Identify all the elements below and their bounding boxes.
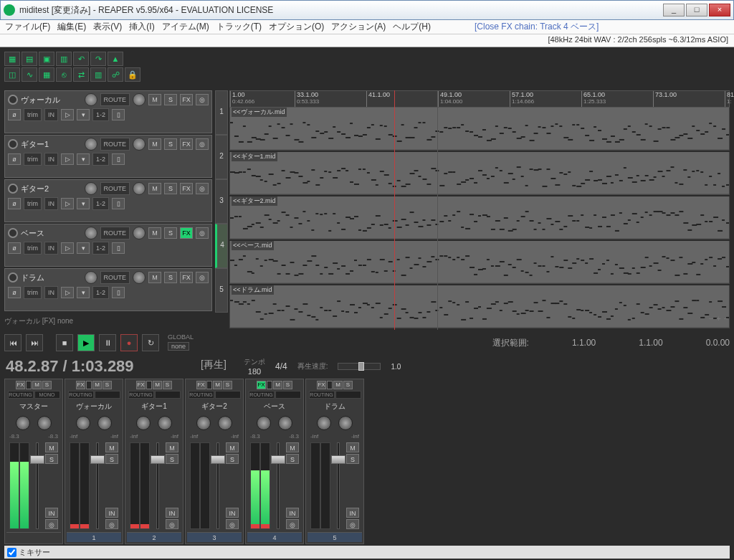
track-name[interactable]: ヴォーカル [21, 95, 82, 105]
tool-group-icon[interactable]: ☍ [108, 67, 123, 82]
pause-button[interactable]: ⏸ [99, 334, 116, 351]
volume-knob[interactable] [85, 227, 97, 239]
ch-io-button[interactable]: ◎ [286, 519, 299, 529]
tool-new-icon[interactable]: ▦ [4, 52, 20, 66]
route-button[interactable]: ROUTE [100, 138, 130, 151]
track-3[interactable]: ギター2 ROUTE M S FX ◎ ø trim IN ▷ ▾ 1-2 ▯ [4, 179, 212, 222]
tool-save-icon[interactable]: ▣ [39, 52, 54, 66]
track-number-4[interactable]: 4 [215, 224, 228, 268]
play-cursor[interactable] [394, 90, 395, 330]
zoom-out-h-icon[interactable]: − [709, 314, 713, 323]
fader-thumb[interactable] [30, 455, 44, 464]
close-button[interactable]: × [709, 4, 730, 16]
minimize-button[interactable]: _ [663, 4, 685, 16]
ch-width-knob[interactable] [218, 416, 232, 430]
ch-mute-2[interactable]: M [226, 442, 239, 452]
recmode-button[interactable]: ▾ [77, 109, 90, 120]
input-channel[interactable]: 1-2 [92, 286, 109, 299]
trim-button[interactable]: trim [24, 108, 42, 121]
mute-button[interactable]: M [148, 272, 161, 283]
input-channel[interactable]: 1-2 [92, 197, 109, 210]
menu-view[interactable]: 表示(V) [91, 19, 124, 34]
ruler-tick[interactable]: 65.1.001:25.333 [581, 91, 606, 107]
fx-button[interactable]: FX [180, 94, 193, 105]
menu-edit[interactable]: 編集(E) [55, 19, 88, 34]
ch-in-button[interactable]: IN [346, 508, 359, 518]
mixer-channel-4[interactable]: FX M S ROUTING ベース -8.3-8.3 M S IN ◎ 4 [245, 379, 304, 544]
trim-button[interactable]: trim [24, 153, 42, 166]
ch-solo-button[interactable]: S [283, 381, 292, 389]
pan-knob[interactable] [133, 138, 146, 151]
recmode-button[interactable]: ▾ [77, 287, 90, 298]
track-number-3[interactable]: 3 [215, 179, 228, 224]
ch-solo-2[interactable]: S [166, 454, 178, 464]
recmode-button[interactable]: ▾ [77, 198, 90, 209]
monitor-button[interactable]: ▷ [61, 242, 74, 254]
volume-knob[interactable] [85, 93, 97, 106]
fx-bypass-icon[interactable] [86, 381, 92, 389]
phase-button[interactable]: ø [8, 287, 21, 298]
menu-file[interactable]: ファイル(F) [3, 19, 52, 34]
ch-solo-2[interactable]: S [286, 454, 299, 464]
phase-button[interactable]: ø [8, 153, 21, 165]
media-item[interactable]: <<ヴォーカル.mid [230, 108, 729, 149]
fader-thumb[interactable] [271, 455, 285, 464]
input-channel[interactable]: 1-2 [92, 242, 109, 255]
track-name[interactable]: ギター1 [21, 139, 82, 150]
zoom-out-v-icon[interactable]: − [724, 314, 728, 323]
ch-mono-button[interactable]: MONO [34, 391, 60, 399]
tool-open-icon[interactable]: ▤ [22, 52, 37, 66]
route-button[interactable]: ROUTE [100, 182, 130, 195]
ch-solo-2[interactable]: S [226, 454, 239, 464]
ch-in-button[interactable]: IN [226, 508, 239, 518]
input-channel[interactable]: 1-2 [92, 108, 109, 121]
ch-routing-button[interactable]: ROUTING [68, 391, 94, 399]
fader-thumb[interactable] [151, 455, 165, 464]
record-arm-button[interactable] [8, 95, 18, 105]
fx-bypass-icon[interactable] [146, 381, 152, 389]
ch-number[interactable]: 2 [127, 532, 181, 542]
ch-solo-2[interactable]: S [45, 454, 58, 464]
ch-mute-2[interactable]: M [166, 442, 178, 452]
track-2[interactable]: ギター1 ROUTE M S FX ◎ ø trim IN ▷ ▾ 1-2 ▯ [4, 135, 212, 178]
ch-mono-button[interactable] [95, 391, 120, 399]
ch-io-button[interactable]: ◎ [105, 519, 118, 529]
arrange-lane-4[interactable]: <<ベース.mid [229, 241, 730, 284]
track-4[interactable]: ベース ROUTE M S FX ◎ ø trim IN ▷ ▾ 1-2 ▯ [4, 224, 212, 267]
time-signature[interactable]: 4/4 [275, 361, 287, 371]
ch-pan-knob[interactable] [317, 416, 331, 430]
trim-button[interactable]: trim [24, 242, 42, 255]
track-5[interactable]: ドラム ROUTE M S FX ◎ ø trim IN ▷ ▾ 1-2 ▯ [4, 268, 212, 311]
ch-mute-button[interactable]: M [333, 381, 343, 389]
io-button[interactable]: ◎ [196, 227, 209, 239]
pan-knob[interactable] [133, 182, 146, 195]
volume-knob[interactable] [85, 182, 97, 195]
ch-solo-button[interactable]: S [223, 381, 232, 389]
ch-solo-button[interactable]: S [163, 381, 172, 389]
mute-button[interactable]: M [148, 227, 161, 239]
in-button[interactable]: IN [44, 242, 58, 255]
mixer-channel-1[interactable]: FX M S ROUTING ヴォーカル -inf-inf M S IN ◎ 1 [65, 379, 123, 544]
arrange-lane-2[interactable]: <<ギター1.mid [229, 152, 730, 195]
ch-fx-button[interactable]: FX [136, 381, 146, 389]
ch-width-knob[interactable] [278, 416, 292, 430]
ruler-tick[interactable]: 1.000:42.666 [230, 91, 254, 107]
tool-metronome-icon[interactable]: ▲ [108, 52, 123, 66]
route-button[interactable]: ROUTE [100, 271, 130, 284]
tool-redo-icon[interactable]: ↷ [90, 52, 106, 66]
mixer-channel-5[interactable]: FX M S ROUTING ドラム -inf-inf M S IN ◎ 5 [305, 379, 364, 544]
ch-name[interactable]: ベース [264, 402, 285, 412]
ruler-tick[interactable]: 41.1.00 [366, 91, 390, 107]
monitor-button[interactable]: ▷ [61, 109, 74, 120]
ch-width-knob[interactable] [37, 416, 52, 430]
solo-button[interactable]: S [164, 138, 177, 150]
in-button[interactable]: IN [44, 197, 58, 210]
menu-help[interactable]: ヘルプ(H) [391, 19, 433, 34]
selection-end[interactable]: 1.1.00 [639, 338, 662, 348]
volume-knob[interactable] [85, 138, 97, 151]
menu-options[interactable]: オプション(O) [267, 19, 326, 34]
mute-button[interactable]: M [148, 94, 161, 105]
ch-solo-button[interactable]: S [42, 381, 52, 389]
mute-button[interactable]: M [148, 183, 161, 194]
zoom-in-h-icon[interactable]: + [716, 314, 720, 323]
